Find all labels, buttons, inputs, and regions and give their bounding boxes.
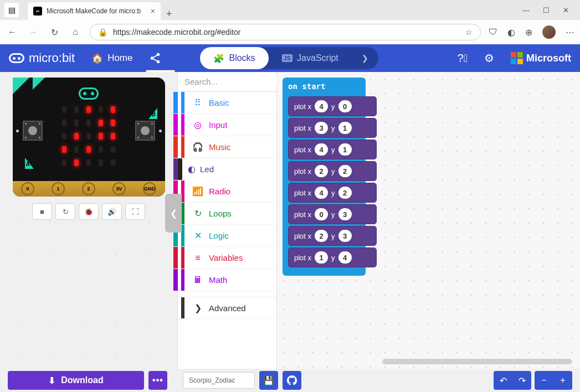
pin-3V[interactable]: 3V — [112, 182, 126, 195]
pin-2[interactable]: 2 — [82, 182, 95, 195]
toolbox-radio[interactable]: 📶Radio — [178, 180, 276, 203]
shield-icon[interactable]: 🛡 — [489, 27, 497, 37]
on-start-block[interactable]: on start plot x4y0plot x3y1plot x4y1plot… — [283, 78, 366, 276]
plot-y-value[interactable]: 2 — [338, 187, 352, 199]
radio-icon: 📶 — [191, 186, 204, 197]
close-window-button[interactable]: ✕ — [563, 6, 569, 14]
toolbox-music[interactable]: 🎧Music — [178, 136, 276, 158]
profile-avatar[interactable] — [542, 25, 556, 39]
mode-dropdown[interactable]: ❯ — [352, 54, 378, 63]
plot-x-value[interactable]: 2 — [315, 230, 328, 242]
settings-button[interactable]: ⚙ — [484, 51, 494, 65]
plot-block[interactable]: plot x1y4 — [288, 247, 377, 267]
plot-x-value[interactable]: 4 — [315, 187, 328, 199]
js-label: JavaScript — [297, 53, 338, 63]
plot-y-value[interactable]: 1 — [338, 122, 352, 134]
back-button[interactable]: ← — [6, 27, 19, 37]
workspace[interactable]: on start plot x4y0plot x3y1plot x4y1plot… — [277, 72, 580, 369]
plot-block[interactable]: plot x0y3 — [288, 204, 377, 224]
undo-button[interactable]: ↶ — [494, 371, 512, 390]
toolbox-loops[interactable]: ↻Loops — [178, 203, 276, 225]
pin-1[interactable]: 1 — [52, 182, 65, 195]
plot-block[interactable]: plot x4y1 — [288, 140, 377, 159]
button-b[interactable] — [135, 121, 155, 141]
plot-block[interactable]: plot x4y0 — [288, 96, 377, 116]
undo-redo-group: ↶ ↷ — [494, 371, 531, 390]
javascript-tab[interactable]: JS JavaScript — [269, 47, 352, 69]
plot-x-value[interactable]: 3 — [315, 122, 328, 134]
simulator-panel: 0123VGND ■ ↻ 🐞 🔊 ⛶ ❮ — [0, 72, 177, 369]
lock-icon: 🔒 — [98, 28, 107, 37]
microsoft-logo[interactable]: Microsoft — [511, 52, 571, 64]
plot-y-value[interactable]: 3 — [338, 230, 352, 242]
microbit-face-icon — [79, 87, 99, 100]
help-button[interactable]: ?⃝ — [458, 52, 468, 65]
redo-button[interactable]: ↷ — [512, 371, 531, 390]
pin-GND[interactable]: GND — [143, 182, 156, 195]
block-stack[interactable]: on start plot x4y0plot x3y1plot x4y1plot… — [283, 78, 366, 276]
plot-y-value[interactable]: 4 — [338, 251, 352, 264]
home-button[interactable]: ⌂ — [69, 27, 82, 37]
plot-y-value[interactable]: 0 — [338, 100, 352, 112]
collapse-simulator[interactable]: ❮ — [165, 194, 182, 233]
button-a[interactable] — [23, 121, 43, 141]
plot-y-value[interactable]: 2 — [338, 165, 352, 177]
plot-y-value[interactable]: 1 — [338, 143, 352, 156]
tab-title: Microsoft MakeCode for micro:b — [47, 7, 146, 15]
zoom-in-button[interactable]: + — [553, 371, 572, 390]
project-name-input[interactable] — [183, 372, 255, 389]
tab-favicon: ∞ — [33, 7, 42, 16]
input-icon: ◎ — [191, 120, 204, 130]
collections-icon[interactable]: ⊕ — [525, 27, 532, 38]
toolbox-basic[interactable]: ⠿Basic — [178, 92, 276, 114]
toolbox-variables[interactable]: ≡Variables — [178, 247, 276, 269]
toolbox-logic[interactable]: ✕Logic — [178, 225, 276, 247]
maximize-button[interactable]: ☐ — [543, 6, 550, 14]
plot-x-value[interactable]: 4 — [315, 100, 328, 112]
refresh-button[interactable]: ↻ — [48, 27, 61, 38]
microbit-logo[interactable]: micro:bit — [9, 51, 75, 65]
svg-point-0 — [157, 53, 160, 56]
plot-x-value[interactable]: 1 — [315, 251, 328, 264]
restart-button[interactable]: ↻ — [55, 203, 75, 220]
close-icon[interactable]: × — [151, 7, 155, 16]
menu-icon[interactable]: ⋯ — [566, 27, 574, 38]
sync-icon[interactable]: ◐ — [507, 27, 515, 38]
download-button[interactable]: ⬇ Download — [8, 371, 144, 390]
minimize-button[interactable]: — — [522, 6, 530, 14]
browser-tab[interactable]: ∞ Microsoft MakeCode for micro:b × — [28, 2, 161, 20]
new-tab-button[interactable]: + — [166, 8, 172, 20]
toolbox-math[interactable]: 🖩Math — [178, 269, 276, 291]
plot-x-value[interactable]: 0 — [315, 208, 328, 220]
zoom-out-button[interactable]: − — [535, 371, 553, 390]
workspace-scrollbar[interactable] — [382, 359, 572, 364]
plot-x-value[interactable]: 4 — [315, 143, 328, 156]
plot-y-value[interactable]: 3 — [338, 208, 352, 220]
microbit-simulator[interactable]: 0123VGND — [13, 78, 165, 197]
blocks-tab[interactable]: 🧩 Blocks — [200, 47, 268, 69]
save-button[interactable]: 💾 — [259, 371, 278, 390]
led-1-1 — [74, 120, 79, 126]
mute-button[interactable]: 🔊 — [102, 203, 122, 220]
search-input[interactable] — [184, 77, 290, 86]
github-button[interactable] — [283, 371, 301, 390]
favorite-icon[interactable]: ☆ — [465, 28, 473, 37]
plot-x-value[interactable]: 2 — [315, 165, 328, 177]
download-menu[interactable]: ••• — [148, 371, 167, 390]
share-button[interactable] — [149, 52, 161, 64]
debug-button[interactable]: 🐞 — [79, 203, 99, 220]
url-input[interactable]: 🔒 https://makecode.microbit.org/#editor … — [90, 24, 481, 40]
toolbox-advanced[interactable]: ❯Advanced — [178, 297, 276, 319]
plot-block[interactable]: plot x4y2 — [288, 183, 377, 203]
pin-0[interactable]: 0 — [21, 182, 34, 195]
toolbox-input[interactable]: ◎Input — [178, 114, 276, 136]
ms-label: Microsoft — [526, 53, 571, 64]
fullscreen-button[interactable]: ⛶ — [125, 203, 145, 220]
toolbox-led[interactable]: ◐Led — [178, 158, 182, 180]
plot-block[interactable]: plot x2y2 — [288, 161, 377, 181]
home-link[interactable]: 🏠 Home — [91, 53, 132, 64]
stop-button[interactable]: ■ — [32, 203, 52, 220]
plot-block[interactable]: plot x3y1 — [288, 118, 377, 138]
plot-block[interactable]: plot x2y3 — [288, 226, 377, 246]
window-controls: — ☐ ✕ — [522, 6, 576, 14]
